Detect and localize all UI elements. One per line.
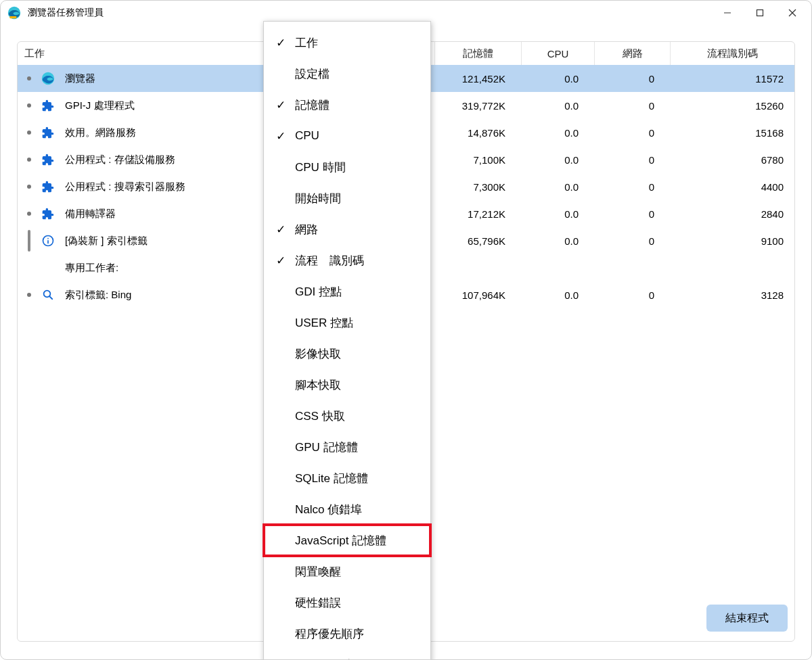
check-icon: ✓	[276, 129, 286, 143]
menu-item-keepalive-count[interactable]: 保持生動計數	[264, 649, 430, 660]
bullet-icon	[27, 76, 31, 80]
svg-line-11	[49, 296, 53, 300]
cell-network: 0	[595, 73, 671, 85]
extension-icon	[41, 152, 55, 167]
bullet-icon	[27, 185, 31, 189]
task-name: 瀏覽器	[65, 72, 95, 85]
task-name: 專用工作者:	[65, 262, 118, 275]
bullet-icon	[27, 158, 31, 162]
menu-item-javascript-memory[interactable]: JavaScript 記憶體	[264, 525, 430, 556]
check-icon: ✓	[276, 254, 286, 268]
task-name: 索引標籤: Bing	[65, 289, 131, 302]
menu-item-user-handles[interactable]: USER 控點	[264, 307, 430, 338]
column-context-menu: ✓工作 設定檔 ✓記憶體 ✓CPU CPU 時間 開始時間 ✓網路 ✓流程 識別…	[263, 21, 431, 660]
task-name: 公用程式 : 存儲設備服務	[65, 154, 175, 166]
minimize-button[interactable]	[711, 1, 744, 25]
svg-rect-1	[9, 16, 16, 18]
check-icon: ✓	[276, 36, 286, 50]
svg-rect-3	[757, 10, 763, 16]
bullet-icon	[27, 131, 31, 135]
close-button[interactable]	[776, 1, 809, 25]
maximize-button[interactable]	[744, 1, 776, 25]
extension-icon	[41, 206, 55, 221]
menu-item-start-time[interactable]: 開始時間	[264, 183, 430, 214]
extension-icon	[41, 179, 55, 194]
task-name: 公用程式 : 搜尋索引器服務	[65, 181, 185, 193]
end-process-button[interactable]: 結束程式	[706, 605, 788, 632]
menu-item-nalco-debug-port[interactable]: Nalco 偵錯埠	[264, 494, 430, 525]
menu-item-cpu[interactable]: ✓CPU	[264, 120, 430, 151]
column-network[interactable]: 網路	[595, 42, 671, 65]
check-icon: ✓	[276, 98, 286, 112]
menu-item-hard-faults[interactable]: 硬性錯誤	[264, 587, 430, 618]
task-name: 效用。網路服務	[65, 126, 136, 139]
group-bar-icon	[28, 230, 30, 252]
task-manager-window: 瀏覽器任務管理員 工作 記憶體 CPU 網路 流程識別碼 瀏覽器	[0, 0, 812, 660]
task-name: 備用轉譯器	[65, 208, 116, 220]
column-memory[interactable]: 記憶體	[435, 42, 522, 65]
menu-item-network[interactable]: ✓網路	[264, 214, 430, 245]
menu-item-sqlite-memory[interactable]: SQLite 記憶體	[264, 463, 430, 494]
menu-item-profile[interactable]: 設定檔	[264, 58, 430, 89]
column-cpu[interactable]: CPU	[522, 42, 595, 65]
svg-point-10	[44, 291, 51, 298]
worker-icon	[41, 260, 55, 275]
task-name: [偽裝新 ] 索引標籤	[65, 235, 148, 248]
svg-point-8	[47, 238, 49, 239]
bullet-icon	[27, 103, 31, 108]
window-title: 瀏覽器任務管理員	[28, 7, 104, 19]
menu-item-idle-wakeups[interactable]: 閑置喚醒	[264, 556, 430, 587]
page-info-icon	[41, 233, 55, 248]
menu-item-memory[interactable]: ✓記憶體	[264, 89, 430, 120]
bullet-icon	[27, 212, 31, 216]
cell-cpu: 0.0	[522, 73, 595, 85]
edge-canary-icon	[7, 6, 21, 20]
menu-item-script-cache[interactable]: 腳本快取	[264, 369, 430, 400]
check-icon: ✓	[276, 222, 286, 237]
edge-icon	[41, 71, 55, 86]
extension-icon	[41, 98, 55, 113]
bullet-icon	[27, 293, 31, 297]
menu-item-gdi-handles[interactable]: GDI 控點	[264, 276, 430, 307]
cell-memory: 121,452K	[435, 73, 522, 85]
menu-item-task[interactable]: ✓工作	[264, 27, 430, 58]
task-name: GPI-J 處理程式	[65, 99, 135, 112]
menu-item-cpu-time[interactable]: CPU 時間	[264, 151, 430, 183]
menu-item-css-cache[interactable]: CSS 快取	[264, 400, 430, 431]
extension-icon	[41, 125, 55, 140]
menu-item-gpu-memory[interactable]: GPU 記憶體	[264, 431, 430, 463]
menu-item-process-priority[interactable]: 程序優先順序	[264, 618, 430, 649]
menu-item-process-id[interactable]: ✓流程 識別碼	[264, 245, 430, 276]
column-pid[interactable]: 流程識別碼	[671, 42, 794, 65]
search-icon	[41, 287, 55, 302]
cell-pid: 11572	[671, 73, 794, 85]
menu-item-image-cache[interactable]: 影像快取	[264, 338, 430, 369]
